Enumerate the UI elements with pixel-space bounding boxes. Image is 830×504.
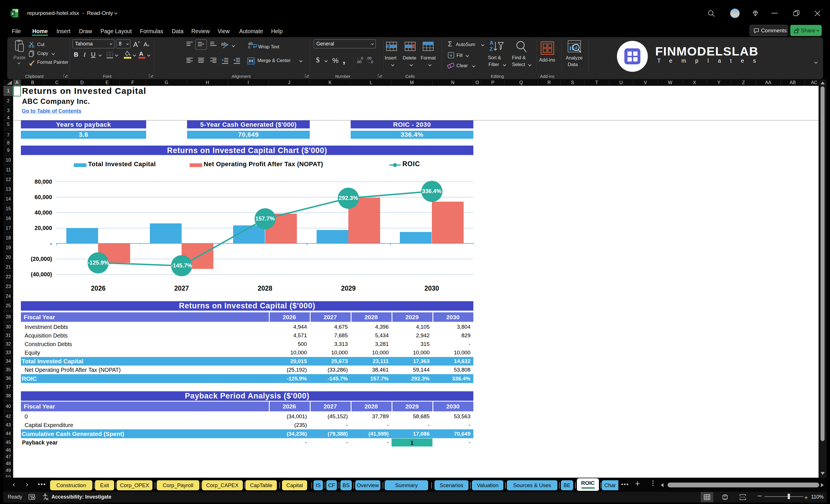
svg-text:Z: Z [490, 46, 493, 52]
svg-text:A: A [490, 40, 493, 46]
